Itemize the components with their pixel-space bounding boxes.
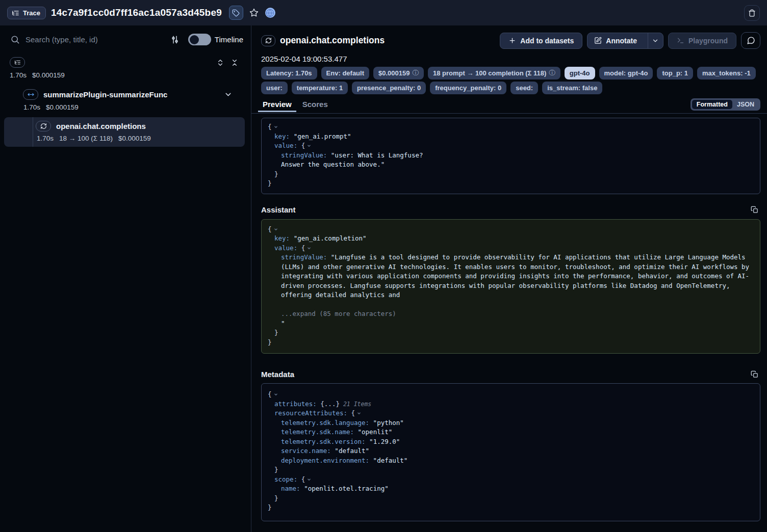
code-segment: { [297, 142, 305, 149]
observation-header: openai.chat.completions Add to datasets … [261, 32, 760, 49]
star-button[interactable] [249, 8, 259, 17]
comments-button[interactable] [741, 32, 760, 49]
copy-icon [751, 370, 758, 378]
code-segment: "default" [369, 457, 407, 464]
refresh-icon [40, 123, 47, 129]
annotate-split-button: Annotate [587, 33, 663, 49]
delete-trace-button[interactable] [744, 5, 760, 21]
code-line [268, 300, 754, 310]
observation-detail-panel: openai.chat.completions Add to datasets … [251, 25, 767, 532]
code-segment: } [274, 170, 278, 178]
globe-icon [266, 9, 274, 17]
code-segment: } [268, 338, 272, 346]
format-formatted[interactable]: Formatted [692, 100, 732, 109]
code-segment: stringValue: [281, 253, 327, 261]
metadata-section-header: Metadata [261, 370, 758, 379]
badge: top_p: 1 [657, 67, 693, 79]
expand-link[interactable]: ...expand (85 more characters) [281, 310, 396, 317]
collapse-node-chevron[interactable] [224, 90, 233, 99]
tab-preview[interactable]: Preview [258, 100, 296, 112]
code-segment: telemetry.sdk.version: [281, 438, 366, 445]
generation-type-icon [36, 121, 51, 131]
code-segment: "1.29.0" [366, 438, 400, 445]
tree-node-generation-selected[interactable]: openai.chat.completions 1.70s18 → 100 (Σ… [4, 117, 245, 147]
annotate-label: Annotate [606, 37, 637, 45]
code-line: } [268, 465, 754, 475]
code-segment: } [268, 503, 272, 511]
code-segment: } [268, 179, 272, 187]
code-segment: stringValue: [281, 151, 327, 159]
collapse-chevron-icon[interactable] [306, 477, 312, 482]
badge: temperature: 1 [292, 82, 348, 94]
generation-tokens: 18 → 100 (Σ 118) [59, 135, 113, 142]
metadata-code-block: {attributes: {...} 21 ItemsresourceAttri… [261, 383, 760, 521]
collapse-chevron-icon[interactable] [306, 246, 312, 251]
trace-node-icon[interactable] [10, 57, 25, 68]
tabs-row: Preview Scores Formatted JSON [251, 97, 767, 114]
info-icon[interactable]: ⓘ [412, 69, 419, 77]
completion-code-block: {key: "gen_ai.completion"value: {stringV… [261, 219, 760, 354]
prompt-code-block: {key: "gen_ai.prompt"value: {stringValue… [261, 118, 760, 194]
collapse-chevron-icon[interactable] [306, 143, 312, 148]
code-line: telemetry.sdk.name: "openlit" [268, 428, 754, 437]
trace-type-badge: Trace [7, 7, 46, 19]
assistant-label: Assistant [261, 205, 296, 214]
collapse-chevron-icon[interactable] [273, 227, 278, 232]
collapse-chevron-icon[interactable] [273, 392, 278, 397]
code-segment: } [274, 466, 278, 473]
collapse-chevron-icon[interactable] [273, 124, 278, 129]
playground-button[interactable]: Playground [668, 33, 736, 49]
user-avatar[interactable] [265, 8, 275, 18]
move-horizontal-icon [28, 91, 34, 98]
span-latency: 1.70s [23, 103, 40, 111]
code-line: value: { [268, 141, 754, 151]
code-line: key: "gen_ai.prompt" [268, 132, 754, 142]
observation-title: openai.chat.completions [280, 35, 385, 46]
collapse-all-icon[interactable] [231, 59, 239, 67]
generation-label: openai.chat.completions [56, 122, 146, 130]
tree-node-span[interactable]: summarizePlugin-summarizeFunc 1.70s$0.00… [23, 89, 251, 111]
format-json[interactable]: JSON [732, 100, 759, 109]
code-segment: "Langfuse is a tool designed to provide … [281, 253, 753, 299]
code-line: { [268, 390, 754, 400]
code-segment: telemetry.sdk.language: [281, 419, 369, 427]
collapse-chevron-icon[interactable] [356, 411, 362, 416]
code-segment: { [297, 244, 305, 252]
code-segment: } [274, 494, 278, 502]
search-row: Timeline [10, 34, 243, 45]
tab-scores[interactable]: Scores [298, 100, 333, 111]
annotate-button[interactable]: Annotate [587, 33, 644, 48]
badge: max_tokens: -1 [697, 67, 756, 79]
code-line: } [268, 170, 754, 179]
expand-all-icon[interactable] [216, 59, 224, 67]
assistant-section-header: Assistant [261, 205, 758, 214]
tag-button[interactable] [229, 6, 243, 20]
annotate-dropdown-button[interactable] [648, 33, 663, 48]
add-to-datasets-button[interactable]: Add to datasets [500, 33, 582, 49]
trace-metrics: 1.70s$0.000159 [10, 71, 251, 79]
code-line: } [268, 494, 754, 503]
tree-header [10, 57, 239, 68]
format-toggle: Formatted JSON [691, 98, 760, 111]
search-icon [10, 35, 20, 44]
copy-assistant-button[interactable] [751, 206, 758, 214]
trace-id: 14c7a9f1cc0d7ff16ac1a057a3d45be9 [51, 7, 222, 18]
code-segment: name: [281, 485, 300, 492]
info-icon[interactable]: ⓘ [549, 69, 555, 77]
search-input[interactable] [25, 35, 165, 44]
code-segment: resourceAttributes: [274, 409, 347, 417]
timeline-label: Timeline [215, 35, 243, 44]
copy-metadata-button[interactable] [751, 370, 758, 378]
badge: $0.000159ⓘ [373, 67, 424, 79]
code-segment: "gen_ai.completion" [290, 234, 367, 242]
trace-tree-sidebar: Timeline 1.70s$0.000159 summarizePlugin-… [0, 25, 251, 532]
badge: Env: default [321, 67, 369, 79]
code-line: ...expand (85 more characters) [268, 309, 754, 319]
timeline-toggle[interactable] [188, 34, 211, 45]
filter-settings-icon[interactable] [170, 35, 180, 44]
tag-icon [232, 9, 240, 17]
badge: gpt-4o [565, 67, 595, 79]
plus-icon [508, 37, 516, 44]
code-line: } [268, 328, 754, 338]
generation-type-icon [261, 35, 275, 46]
